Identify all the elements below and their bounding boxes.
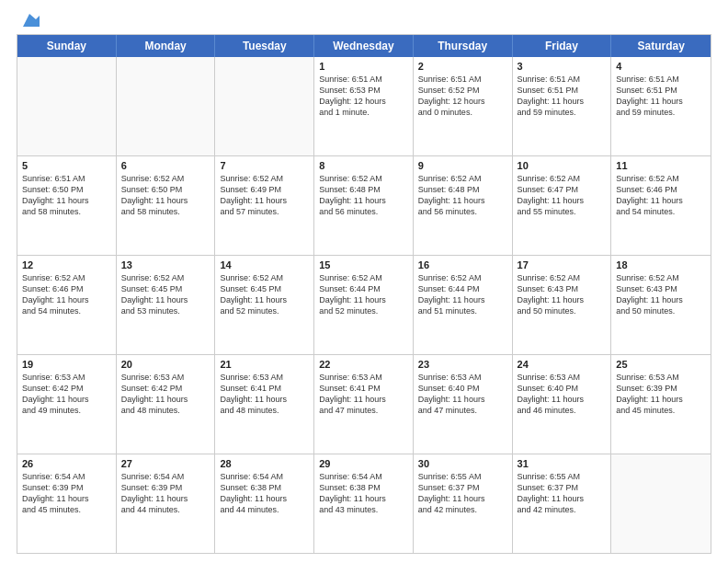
- day-info: Sunrise: 6:51 AMSunset: 6:51 PMDaylight:…: [616, 74, 706, 119]
- day-cell-8: 8Sunrise: 6:52 AMSunset: 6:48 PMDaylight…: [314, 156, 414, 255]
- day-cell-5: 5Sunrise: 6:51 AMSunset: 6:50 PMDaylight…: [17, 156, 117, 255]
- day-info: Sunrise: 6:53 AMSunset: 6:40 PMDaylight:…: [418, 372, 507, 417]
- day-cell-19: 19Sunrise: 6:53 AMSunset: 6:42 PMDayligh…: [17, 355, 117, 454]
- calendar: SundayMondayTuesdayWednesdayThursdayFrid…: [17, 34, 711, 554]
- day-cell-10: 10Sunrise: 6:52 AMSunset: 6:47 PMDayligh…: [513, 156, 612, 255]
- weekday-tuesday: Tuesday: [215, 35, 314, 57]
- day-number: 6: [121, 160, 210, 171]
- weekday-monday: Monday: [117, 35, 216, 57]
- day-info: Sunrise: 6:52 AMSunset: 6:48 PMDaylight:…: [319, 173, 408, 218]
- day-number: 30: [418, 458, 507, 469]
- day-info: Sunrise: 6:53 AMSunset: 6:39 PMDaylight:…: [616, 372, 706, 417]
- day-info: Sunrise: 6:51 AMSunset: 6:50 PMDaylight:…: [22, 173, 111, 218]
- day-info: Sunrise: 6:51 AMSunset: 6:51 PMDaylight:…: [518, 74, 607, 119]
- day-info: Sunrise: 6:52 AMSunset: 6:44 PMDaylight:…: [418, 272, 507, 317]
- day-info: Sunrise: 6:51 AMSunset: 6:52 PMDaylight:…: [418, 74, 507, 119]
- header: [17, 14, 711, 25]
- day-number: 16: [418, 259, 507, 270]
- day-number: 31: [518, 458, 607, 469]
- day-cell-16: 16Sunrise: 6:52 AMSunset: 6:44 PMDayligh…: [414, 256, 513, 354]
- day-number: 15: [319, 259, 408, 270]
- day-info: Sunrise: 6:52 AMSunset: 6:49 PMDaylight:…: [220, 173, 309, 218]
- day-number: 10: [518, 160, 607, 171]
- day-info: Sunrise: 6:54 AMSunset: 6:38 PMDaylight:…: [220, 471, 309, 516]
- day-info: Sunrise: 6:53 AMSunset: 6:41 PMDaylight:…: [220, 372, 309, 417]
- empty-cell: [117, 57, 216, 155]
- day-cell-18: 18Sunrise: 6:52 AMSunset: 6:43 PMDayligh…: [611, 256, 711, 354]
- day-info: Sunrise: 6:52 AMSunset: 6:45 PMDaylight:…: [121, 272, 210, 317]
- day-cell-1: 1Sunrise: 6:51 AMSunset: 6:53 PMDaylight…: [314, 57, 414, 155]
- day-cell-4: 4Sunrise: 6:51 AMSunset: 6:51 PMDaylight…: [611, 57, 711, 155]
- day-info: Sunrise: 6:52 AMSunset: 6:47 PMDaylight:…: [518, 173, 607, 218]
- calendar-row-3: 19Sunrise: 6:53 AMSunset: 6:42 PMDayligh…: [17, 354, 711, 454]
- day-cell-6: 6Sunrise: 6:52 AMSunset: 6:50 PMDaylight…: [117, 156, 216, 255]
- day-number: 28: [220, 458, 309, 469]
- day-info: Sunrise: 6:54 AMSunset: 6:39 PMDaylight:…: [121, 471, 210, 516]
- day-cell-15: 15Sunrise: 6:52 AMSunset: 6:44 PMDayligh…: [314, 256, 414, 354]
- day-info: Sunrise: 6:52 AMSunset: 6:48 PMDaylight:…: [418, 173, 507, 218]
- weekday-sunday: Sunday: [17, 35, 117, 57]
- day-cell-2: 2Sunrise: 6:51 AMSunset: 6:52 PMDaylight…: [414, 57, 513, 155]
- day-number: 7: [220, 160, 309, 171]
- day-info: Sunrise: 6:54 AMSunset: 6:38 PMDaylight:…: [319, 471, 408, 516]
- day-number: 13: [121, 259, 210, 270]
- day-info: Sunrise: 6:51 AMSunset: 6:53 PMDaylight:…: [319, 74, 408, 119]
- day-cell-13: 13Sunrise: 6:52 AMSunset: 6:45 PMDayligh…: [117, 256, 216, 354]
- day-cell-20: 20Sunrise: 6:53 AMSunset: 6:42 PMDayligh…: [117, 355, 216, 454]
- day-number: 3: [518, 61, 607, 72]
- svg-marker-0: [23, 14, 40, 27]
- day-info: Sunrise: 6:54 AMSunset: 6:39 PMDaylight:…: [22, 471, 111, 516]
- logo: [17, 14, 40, 25]
- day-info: Sunrise: 6:53 AMSunset: 6:40 PMDaylight:…: [518, 372, 607, 417]
- day-number: 17: [518, 259, 607, 270]
- day-info: Sunrise: 6:52 AMSunset: 6:50 PMDaylight:…: [121, 173, 210, 218]
- day-info: Sunrise: 6:53 AMSunset: 6:41 PMDaylight:…: [319, 372, 408, 417]
- day-number: 2: [418, 61, 507, 72]
- calendar-row-0: 1Sunrise: 6:51 AMSunset: 6:53 PMDaylight…: [17, 57, 711, 155]
- day-number: 18: [616, 259, 706, 270]
- empty-cell: [611, 454, 711, 553]
- day-number: 12: [22, 259, 111, 270]
- day-cell-25: 25Sunrise: 6:53 AMSunset: 6:39 PMDayligh…: [611, 355, 711, 454]
- day-cell-31: 31Sunrise: 6:55 AMSunset: 6:37 PMDayligh…: [513, 454, 612, 553]
- day-cell-9: 9Sunrise: 6:52 AMSunset: 6:48 PMDaylight…: [414, 156, 513, 255]
- day-number: 5: [22, 160, 111, 171]
- day-cell-29: 29Sunrise: 6:54 AMSunset: 6:38 PMDayligh…: [314, 454, 414, 553]
- day-number: 22: [319, 359, 408, 370]
- day-number: 25: [616, 359, 706, 370]
- day-number: 1: [319, 61, 408, 72]
- weekday-saturday: Saturday: [611, 35, 711, 57]
- day-number: 24: [518, 359, 607, 370]
- day-info: Sunrise: 6:52 AMSunset: 6:44 PMDaylight:…: [319, 272, 408, 317]
- day-cell-28: 28Sunrise: 6:54 AMSunset: 6:38 PMDayligh…: [215, 454, 314, 553]
- day-number: 26: [22, 458, 111, 469]
- day-number: 27: [121, 458, 210, 469]
- day-cell-23: 23Sunrise: 6:53 AMSunset: 6:40 PMDayligh…: [414, 355, 513, 454]
- day-info: Sunrise: 6:55 AMSunset: 6:37 PMDaylight:…: [518, 471, 607, 516]
- day-number: 4: [616, 61, 706, 72]
- empty-cell: [17, 57, 117, 155]
- day-number: 21: [220, 359, 309, 370]
- day-number: 8: [319, 160, 408, 171]
- day-cell-27: 27Sunrise: 6:54 AMSunset: 6:39 PMDayligh…: [117, 454, 216, 553]
- day-number: 14: [220, 259, 309, 270]
- day-info: Sunrise: 6:52 AMSunset: 6:46 PMDaylight:…: [616, 173, 706, 218]
- day-cell-12: 12Sunrise: 6:52 AMSunset: 6:46 PMDayligh…: [17, 256, 117, 354]
- calendar-header: SundayMondayTuesdayWednesdayThursdayFrid…: [17, 35, 711, 57]
- day-cell-26: 26Sunrise: 6:54 AMSunset: 6:39 PMDayligh…: [17, 454, 117, 553]
- day-cell-24: 24Sunrise: 6:53 AMSunset: 6:40 PMDayligh…: [513, 355, 612, 454]
- day-cell-3: 3Sunrise: 6:51 AMSunset: 6:51 PMDaylight…: [513, 57, 612, 155]
- day-cell-21: 21Sunrise: 6:53 AMSunset: 6:41 PMDayligh…: [215, 355, 314, 454]
- calendar-row-1: 5Sunrise: 6:51 AMSunset: 6:50 PMDaylight…: [17, 155, 711, 255]
- day-number: 20: [121, 359, 210, 370]
- calendar-row-2: 12Sunrise: 6:52 AMSunset: 6:46 PMDayligh…: [17, 255, 711, 354]
- logo-icon: [19, 10, 40, 30]
- day-info: Sunrise: 6:52 AMSunset: 6:43 PMDaylight:…: [616, 272, 706, 317]
- weekday-wednesday: Wednesday: [314, 35, 414, 57]
- day-info: Sunrise: 6:52 AMSunset: 6:46 PMDaylight:…: [22, 272, 111, 317]
- day-number: 23: [418, 359, 507, 370]
- weekday-thursday: Thursday: [414, 35, 513, 57]
- calendar-body: 1Sunrise: 6:51 AMSunset: 6:53 PMDaylight…: [17, 57, 711, 553]
- day-number: 9: [418, 160, 507, 171]
- day-number: 19: [22, 359, 111, 370]
